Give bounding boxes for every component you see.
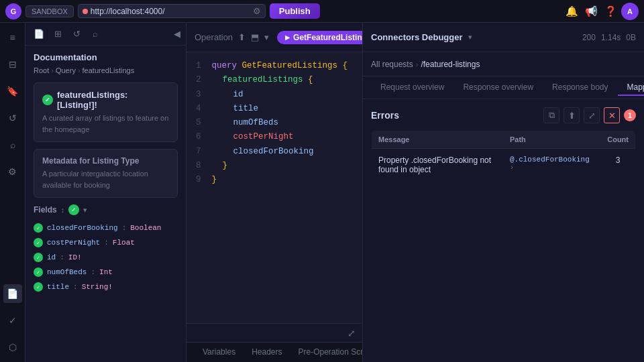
debugger-stat: 200 <box>582 33 596 42</box>
field-name: title <box>47 283 69 291</box>
operation-more-icon[interactable]: ▾ <box>264 29 269 46</box>
sidebar-collapse-icon[interactable]: ◀ <box>174 29 180 39</box>
code-line: query GetFeaturedListings { <box>212 59 353 73</box>
sidebar-refresh-icon[interactable]: ↺ <box>68 26 85 42</box>
field-check-icon: ✓ <box>34 253 43 262</box>
icon-bar-item-docs[interactable]: 📄 <box>3 284 22 303</box>
icon-bar-item-search[interactable]: ⌕ <box>3 135 22 154</box>
metadata-desc: A particular intergalactic location avai… <box>42 168 169 190</box>
field-type: Int <box>99 268 113 276</box>
publish-button[interactable]: Publish <box>270 3 320 19</box>
right-tab-response-overview[interactable]: Response overview <box>453 80 543 96</box>
code-line: title <box>212 102 353 116</box>
field-name: costPerNight <box>47 239 100 247</box>
avatar[interactable]: A <box>621 3 639 20</box>
feature-desc: A curated array of listings to feature o… <box>42 113 169 135</box>
field-name: id <box>47 253 56 261</box>
debugger-chevron-icon[interactable]: ▾ <box>468 33 472 42</box>
icon-bar-item-home[interactable]: ≡ <box>3 28 22 47</box>
breadcrumb-current[interactable]: featuredListings <box>83 66 135 74</box>
requests-bar: All requests › /featured-listings <box>363 52 644 76</box>
sidebar-grid-icon[interactable]: ⊞ <box>50 26 66 42</box>
bottom-tab-variables[interactable]: Variables <box>195 345 244 361</box>
url-bar[interactable]: http://localhost:4000/ ⚙ <box>78 4 266 18</box>
debugger-bar: Connectors Debugger ▾ 2001.14s0B <box>363 23 644 52</box>
fields-expand-icon[interactable]: ▾ <box>83 206 87 215</box>
error-path: @.closedForBooking › <box>503 149 600 182</box>
fields-header: Fields ↕ ✓ ▾ <box>34 204 178 215</box>
code-line: } <box>212 173 353 187</box>
right-tab-request-overview[interactable]: Request overview <box>371 80 453 96</box>
debugger-stat: 1.14s <box>601 33 621 42</box>
table-row: Property .closedForBooking not found in … <box>372 149 636 182</box>
query-badge-label: GetFeaturedListings <box>293 33 362 42</box>
icon-bar-item-schema[interactable]: ⬡ <box>3 338 22 357</box>
field-check-icon: ✓ <box>34 238 43 247</box>
code-line: id <box>212 88 353 102</box>
sidebar: 📄 ⊞ ↺ ⌕ ◀ Documentation Root › Query › f… <box>25 23 186 362</box>
run-query-button[interactable]: ▶ GetFeaturedListings <box>277 31 362 44</box>
close-errors-icon[interactable]: ✕ <box>604 107 620 123</box>
sidebar-section-title: Documentation <box>34 52 178 62</box>
field-type: String! <box>82 283 113 291</box>
line-number: 8 <box>196 159 201 173</box>
line-number: 2 <box>196 73 201 87</box>
fields-label: Fields <box>34 205 57 215</box>
errors-actions: ⧉ ⬆ ⤢ ✕ 1 <box>543 107 636 123</box>
bottom-tabs: VariablesHeadersPre-Operation ScriptPost… <box>186 342 362 362</box>
field-type: Float <box>113 239 135 247</box>
message-column-header: Message <box>372 131 503 149</box>
code-line: featuredListings { <box>212 73 353 87</box>
export-errors-icon[interactable]: ⬆ <box>564 107 580 123</box>
app-logo: G <box>5 3 21 19</box>
code-content: query GetFeaturedListings {featuredListi… <box>212 59 353 187</box>
list-item: ✓ closedForBooking : Boolean <box>34 221 178 235</box>
breadcrumb-query[interactable]: Query <box>56 66 76 74</box>
breadcrumb-root[interactable]: Root <box>34 66 49 74</box>
list-item: ✓ id : ID! <box>34 250 178 265</box>
operation-copy-icon[interactable]: ⬒ <box>251 29 259 46</box>
bottom-tab-headers[interactable]: Headers <box>244 345 290 361</box>
right-tab-mapping[interactable]: Mapping <box>618 80 645 96</box>
center-panel: Operation ⬆ ⬒ ▾ ▶ GetFeaturedListings ⋯ … <box>186 23 362 362</box>
chevron-down-icon: › <box>510 164 514 172</box>
fields-sort-icon[interactable]: ↕ <box>61 206 65 214</box>
icon-bar-item-save[interactable]: 🔖 <box>3 82 22 101</box>
operation-share-icon[interactable]: ⬆ <box>238 29 246 46</box>
bottom-tab-pre-operation-script[interactable]: Pre-Operation Script <box>290 345 363 361</box>
feature-title: ✓ featuredListings: [Listing!]! <box>42 90 169 110</box>
operation-label: Operation <box>195 32 233 42</box>
right-tab-response-body[interactable]: Response body <box>543 80 617 96</box>
broadcast-icon[interactable]: 📢 <box>585 5 598 17</box>
icon-bar-item-refresh[interactable]: ↺ <box>3 109 22 127</box>
url-text: http://localhost:4000/ <box>91 7 165 16</box>
debugger-title: Connectors Debugger <box>371 32 463 42</box>
editor-expand-icon[interactable]: ⤢ <box>347 328 356 339</box>
env-badge: SANDBOX <box>25 5 74 17</box>
settings-icon[interactable]: ⚙ <box>253 6 261 16</box>
icon-bar-item-settings[interactable]: ⚙ <box>3 162 22 181</box>
field-name: closedForBooking <box>47 224 118 232</box>
line-number: 9 <box>196 173 201 187</box>
breadcrumb: Root › Query › featuredListings <box>34 66 178 74</box>
copy-errors-icon[interactable]: ⧉ <box>543 107 559 123</box>
line-number: 1 <box>196 59 201 73</box>
sidebar-toolbar: 📄 ⊞ ↺ ⌕ ◀ <box>25 23 186 46</box>
current-request-label: /featured-listings <box>421 60 480 69</box>
line-number: 6 <box>196 130 201 144</box>
debugger-stat: 0B <box>626 33 636 42</box>
icon-bar: ≡ ⊟ 🔖 ↺ ⌕ ⚙ 📄 ✓ ⬡ <box>0 23 25 362</box>
error-message: Property .closedForBooking not found in … <box>372 149 503 182</box>
line-number: 5 <box>196 116 201 130</box>
sidebar-search-icon[interactable]: ⌕ <box>87 26 103 42</box>
count-column-header: Count <box>600 131 635 149</box>
share-errors-icon[interactable]: ⤢ <box>584 107 600 123</box>
code-line: costPerNight <box>212 130 353 144</box>
sidebar-doc-icon[interactable]: 📄 <box>31 26 47 42</box>
query-editor[interactable]: 123456789 query GetFeaturedListings {fea… <box>186 52 362 323</box>
all-requests-link[interactable]: All requests <box>371 60 413 69</box>
icon-bar-item-check[interactable]: ✓ <box>3 311 22 330</box>
notifications-icon[interactable]: 🔔 <box>566 5 578 17</box>
help-icon[interactable]: ❓ <box>604 5 617 17</box>
icon-bar-item-bookmark[interactable]: ⊟ <box>3 55 22 74</box>
